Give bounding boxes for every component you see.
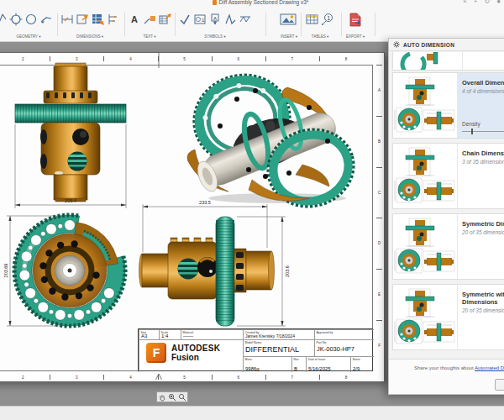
row-letter: C — [373, 167, 386, 218]
titleblock-rev: RevB — [291, 356, 306, 372]
surface-finish-icon[interactable] — [223, 11, 237, 28]
feedback-text: Share your thoughts about Automated Draw… — [414, 365, 504, 370]
group-dimensions — [60, 11, 119, 28]
strategy-count: 4 of 4 dimensions — [462, 88, 504, 94]
browser-bottom-strip — [0, 406, 504, 420]
center-mark-icon[interactable] — [9, 11, 23, 28]
sketch-icon[interactable] — [0, 11, 8, 28]
document-icon — [213, 0, 217, 5]
strategy-count: 20 of 35 dimensions — [462, 307, 504, 313]
circle-icon[interactable] — [24, 11, 38, 28]
automated-drawings-link[interactable]: Automated Drawings — [475, 365, 504, 370]
check-icon[interactable] — [178, 11, 192, 28]
ruler-number: 5 — [158, 53, 212, 65]
fusion-logo: F — [146, 343, 166, 363]
window-icon[interactable]: ↻ — [484, 0, 490, 5]
density-control: Density — [462, 121, 504, 132]
group-insert — [279, 11, 297, 28]
pan-icon[interactable] — [158, 390, 166, 405]
group-tables: 1 — [306, 11, 334, 28]
dimension-strategy-card[interactable]: Chain Dimensions 3 of 35 dimensions — [392, 143, 504, 209]
window-icon[interactable]: × — [463, 0, 467, 5]
export-pdf-icon[interactable] — [346, 11, 365, 28]
dimension-icon[interactable] — [60, 11, 74, 28]
window-icons: ×+↻● — [463, 0, 501, 5]
table-icon[interactable] — [306, 11, 319, 28]
row-letter: B — [373, 116, 386, 167]
insert-image-icon[interactable] — [279, 11, 297, 28]
strategy-card-info: Symmetric Dimensions 20 of 35 dimensions — [458, 214, 504, 279]
dimension-strategy-card[interactable]: Symmetric with Overall Dimensions 20 of … — [392, 284, 504, 350]
auto-dimension-icon[interactable] — [91, 11, 104, 28]
auto-dimension-panel: AUTO DIMENSION — [388, 38, 504, 395]
strategy-card-info: Symmetric with Overall Dimensions 20 of … — [458, 285, 504, 349]
ruler-number: 8 — [319, 371, 373, 383]
panel-title: AUTO DIMENSION — [403, 42, 454, 48]
ordinate-dimension-icon[interactable] — [76, 11, 89, 28]
ruler-number: 6 — [212, 53, 265, 65]
close-button[interactable] — [495, 379, 504, 391]
group-label-tables[interactable]: TABLES ▾ — [312, 34, 328, 39]
strategy-title: Chain Dimensions — [462, 150, 504, 157]
strategy-thumbnail — [393, 285, 458, 349]
panel-header[interactable]: AUTO DIMENSION — [389, 39, 504, 51]
dimension-strategy-card-partial[interactable] — [392, 52, 504, 71]
title-block[interactable]: SizeA3 Scale1:4 Material—— Created byJam… — [138, 328, 373, 371]
dimension-strategy-card[interactable]: Symmetric Dimensions 20 of 35 dimensions — [392, 213, 504, 280]
gear-icon — [393, 41, 400, 48]
zoom-window-icon[interactable] — [168, 390, 176, 405]
document-tab[interactable]: Diff Assembly Sectioned Drawing v3* — [151, 0, 370, 5]
strategy-thumbnail — [393, 144, 458, 208]
ruler-number: 3 — [50, 53, 103, 65]
edge-extension-icon[interactable] — [39, 11, 53, 28]
row-letter: E — [373, 269, 386, 320]
datum-id-icon[interactable]: 1 — [193, 11, 207, 28]
title-bar: Diff Assembly Sectioned Drawing v3* ×+↻● — [0, 0, 504, 8]
row-letter: F — [373, 320, 386, 371]
group-geometry — [0, 11, 53, 28]
strategy-count: 3 of 35 dimensions — [462, 159, 504, 165]
window-icon[interactable]: ● — [496, 0, 501, 5]
group-label-export[interactable]: EXPORT ▾ — [346, 34, 365, 39]
titleblock-size: SizeA3 — [139, 329, 159, 339]
group-label-geometry[interactable]: GEOMETRY ▾ — [16, 34, 40, 39]
strategy-card-info: Overall Dimensions 4 of 4 dimensions Den… — [458, 73, 504, 138]
ruler-number: 2 — [0, 371, 50, 383]
balloon-icon[interactable]: 1 — [321, 11, 334, 28]
strategy-title: Overall Dimensions — [462, 79, 504, 87]
ruler-number: 4 — [103, 53, 157, 65]
group-label-dimensions[interactable]: DIMENSIONS ▾ — [76, 34, 103, 39]
density-slider[interactable] — [462, 131, 504, 132]
svg-text:A: A — [213, 16, 217, 21]
baseline-dimension-icon[interactable] — [106, 11, 119, 28]
group-label-symbols[interactable]: SYMBOLS ▾ — [204, 34, 225, 39]
titleblock-created-by: Created byJames Krenisky 7/18/2024 — [243, 329, 314, 339]
group-export — [346, 11, 365, 28]
drawing-sheet[interactable]: 12345678 12345678 ABCDEF SizeA3 Scale1:4… — [0, 52, 385, 382]
density-label: Density — [462, 121, 504, 127]
ruler-number: 7 — [265, 53, 319, 65]
sheet-ruler-bottom: 12345678 — [0, 371, 373, 383]
group-label-insert[interactable]: INSERT ▾ — [281, 34, 297, 39]
strategy-count: 20 of 35 dimensions — [462, 229, 504, 235]
text-icon[interactable]: A — [128, 11, 141, 28]
window-icon[interactable]: + — [474, 0, 478, 5]
ruler-number: 7 — [265, 371, 319, 383]
titleblock-date-of-issue: Date of Issue5/16/2025 — [306, 356, 350, 372]
titleblock-scale: Scale1:4 — [159, 329, 181, 339]
density-slider-handle[interactable] — [471, 129, 473, 134]
weld-symbol-icon[interactable] — [239, 11, 252, 28]
strategy-card-info: Chain Dimensions 3 of 35 dimensions — [458, 144, 504, 208]
strategy-thumbnail — [393, 214, 458, 279]
ruler-number: 5 — [158, 371, 212, 383]
ruler-number: 2 — [0, 53, 50, 65]
zoom-icon[interactable] — [178, 390, 186, 405]
note-table-icon[interactable] — [158, 11, 171, 28]
strategy-thumbnail — [393, 52, 462, 71]
group-label-text[interactable]: TEXT ▾ — [144, 34, 156, 39]
datum-frame-icon[interactable]: A — [208, 11, 222, 28]
row-letter: A — [373, 65, 386, 116]
leader-text-icon[interactable] — [143, 11, 156, 28]
dimension-strategy-card[interactable]: Overall Dimensions 4 of 4 dimensions Den… — [392, 72, 504, 139]
panel-body[interactable]: Overall Dimensions 4 of 4 dimensions Den… — [389, 51, 504, 359]
